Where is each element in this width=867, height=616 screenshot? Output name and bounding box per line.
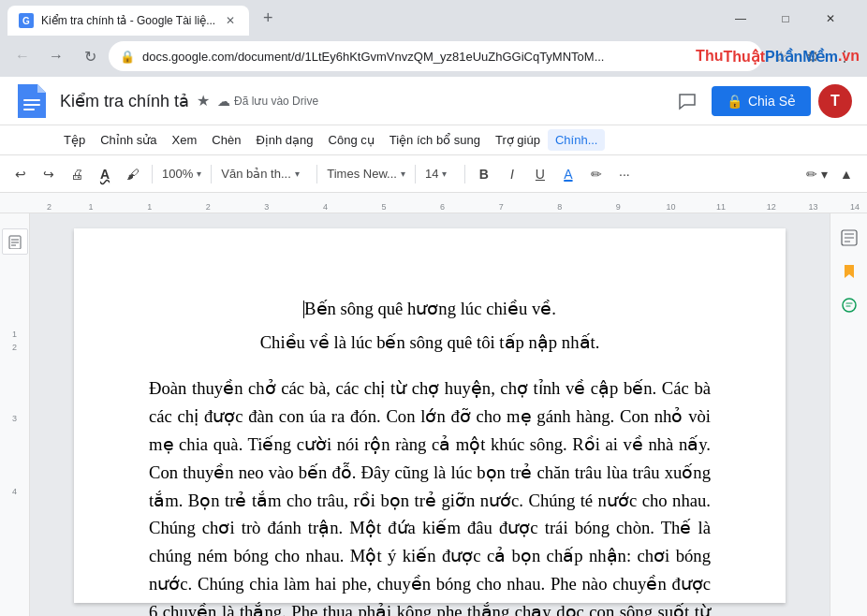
undo-button[interactable]: ↩ (7, 161, 34, 187)
doc-page[interactable]: Bến sông quê hương lúc chiều về. Chiều v… (74, 228, 786, 603)
address-bar-right: ☆ ⚙ ⋮ (766, 41, 860, 71)
page-indicator-3: 3 (12, 414, 17, 423)
toolbar-sep-1 (152, 165, 153, 183)
svg-rect-3 (23, 104, 40, 106)
star-button[interactable]: ★ (197, 92, 210, 110)
doc-area[interactable]: Bến sông quê hương lúc chiều về. Chiều v… (30, 213, 830, 616)
menu-help[interactable]: Trợ giúp (488, 129, 548, 151)
fontsize-arrow: ▾ (442, 169, 447, 179)
minimize-button[interactable]: — (719, 6, 762, 32)
page-indicator-4: 4 (12, 487, 17, 496)
share-button[interactable]: 🔒 Chia Sẻ (712, 86, 811, 116)
redo-button[interactable]: ↪ (36, 161, 62, 187)
window-controls: — □ ✕ (719, 6, 860, 36)
svg-rect-4 (23, 109, 35, 110)
page-nav-svg (7, 234, 22, 249)
outline-button[interactable] (836, 225, 862, 251)
active-tab[interactable]: G Kiểm tra chính tả - Google Tài liệ... … (7, 6, 249, 36)
bookmarks-icon (841, 263, 858, 280)
font-select[interactable]: Times New... ▾ (323, 161, 409, 187)
comment-icon (678, 92, 697, 110)
highlight-button[interactable]: ✏ (583, 161, 610, 187)
forward-button[interactable]: → (41, 41, 71, 71)
reload-button[interactable]: ↻ (75, 41, 105, 71)
print-button[interactable]: 🖨 (64, 161, 90, 187)
menu-spell[interactable]: Chính... (548, 129, 606, 151)
tab-favicon: G (19, 13, 34, 28)
menu-bar: Tệp Chỉnh sửa Xem Chèn Định dạng Công cụ… (0, 125, 867, 155)
bold-button[interactable]: B (471, 161, 497, 187)
page-nav-icon[interactable] (2, 228, 28, 255)
ruler-mark: 11 (716, 202, 726, 212)
docs-logo[interactable] (15, 84, 49, 118)
svg-marker-1 (37, 84, 46, 93)
toolbar-sep-2 (211, 165, 212, 183)
ruler-mark: 10 (666, 202, 675, 212)
ruler: 2 1 1 2 3 4 5 6 7 8 9 10 11 12 13 14 (0, 193, 867, 213)
paint-format-button[interactable]: 🖌 (120, 161, 146, 187)
docs-title: Kiểm tra chính tả (60, 91, 189, 111)
comment-button[interactable] (670, 84, 704, 118)
zoom-select[interactable]: 100% ▾ (158, 161, 205, 187)
comments-button[interactable] (836, 292, 862, 318)
tab-favicon-letter: G (22, 16, 30, 26)
left-sidebar: 1 2 3 4 (0, 213, 30, 616)
menu-view[interactable]: Xem (165, 129, 205, 151)
bookmark-button[interactable]: ☆ (766, 41, 796, 71)
avatar[interactable]: T (818, 84, 852, 118)
menu-format[interactable]: Định dạng (248, 129, 320, 151)
style-select[interactable]: Văn bản th... ▾ (217, 161, 311, 187)
style-value: Văn bản th... (221, 167, 291, 181)
fontsize-select[interactable]: 14 ▾ (421, 161, 459, 187)
svg-point-14 (843, 299, 856, 312)
spellcheck-button[interactable]: A (92, 161, 118, 187)
doc-body[interactable]: Đoàn thuyền chở các bà, các chị từ chợ h… (149, 374, 711, 616)
menu-tools[interactable]: Công cụ (321, 129, 382, 151)
address-bar: ← → ↻ 🔒 docs.google.com/document/d/1LtEy… (0, 36, 867, 77)
ruler-content: 2 1 1 2 3 4 5 6 7 8 9 10 11 12 13 14 (30, 193, 867, 213)
underline-button[interactable]: U (527, 161, 553, 187)
page-area: 1 2 3 4 Bến sông quê hương lúc chiều về.… (0, 213, 867, 616)
ruler-mark: 6 (440, 202, 445, 212)
comments-icon (841, 297, 858, 314)
new-tab-button[interactable]: + (255, 5, 281, 31)
editing-mode-button[interactable]: ✏ ▾ (802, 161, 831, 187)
ruler-mark: 1 (89, 202, 94, 212)
save-status-text: Đã lưu vào Drive (234, 95, 318, 108)
menu-edit[interactable]: Chỉnh sửa (93, 129, 164, 151)
heading-1-text: Bến sông quê hương lúc chiều về. (304, 299, 556, 318)
toolbar-right: ✏ ▾ ▲ (802, 161, 860, 187)
ruler-scale: 2 1 1 2 3 4 5 6 7 8 9 10 11 12 13 14 (30, 193, 867, 213)
ruler-mark: 5 (381, 202, 386, 212)
menu-file[interactable]: Tệp (56, 129, 93, 151)
more-button[interactable]: ⋮ (830, 41, 860, 71)
lock-share-icon: 🔒 (727, 94, 742, 109)
url-text: docs.google.com/document/d/1LtEy6hKtGvmV… (142, 50, 751, 64)
ruler-mark: 2 (206, 202, 211, 212)
ruler-mark: 12 (767, 202, 776, 212)
cloud-icon: ☁ (217, 94, 230, 109)
menu-addons[interactable]: Tiện ích bổ sung (382, 129, 488, 151)
save-status: ☁ Đã lưu vào Drive (217, 94, 318, 109)
extensions-button[interactable]: ⚙ (798, 41, 828, 71)
url-bar[interactable]: 🔒 docs.google.com/document/d/1LtEy6hKtGv… (109, 41, 762, 71)
docs-right-actions: 🔒 Chia Sẻ T (670, 84, 852, 118)
bookmarks-button[interactable] (836, 258, 862, 285)
zoom-arrow: ▾ (197, 169, 201, 179)
close-button[interactable]: ✕ (809, 6, 852, 32)
docs-title-row: Kiểm tra chính tả ★ ☁ Đã lưu vào Drive (60, 91, 659, 111)
text-color-button[interactable]: A (555, 161, 581, 187)
maximize-button[interactable]: □ (764, 6, 807, 32)
collapse-button[interactable]: ▲ (833, 161, 860, 187)
tab-close-button[interactable]: ✕ (223, 13, 238, 28)
italic-button[interactable]: I (499, 161, 525, 187)
svg-marker-13 (845, 265, 854, 278)
doc-heading-1[interactable]: Bến sông quê hương lúc chiều về. (149, 296, 711, 322)
menu-insert[interactable]: Chèn (204, 129, 248, 151)
ruler-mark: 4 (323, 202, 328, 212)
svg-rect-2 (23, 99, 40, 101)
ruler-mark: 13 (808, 202, 817, 212)
back-button[interactable]: ← (7, 41, 37, 71)
more-options-button[interactable]: ··· (611, 161, 638, 187)
docs-app-bar: Kiểm tra chính tả ★ ☁ Đã lưu vào Drive 🔒… (0, 77, 867, 125)
